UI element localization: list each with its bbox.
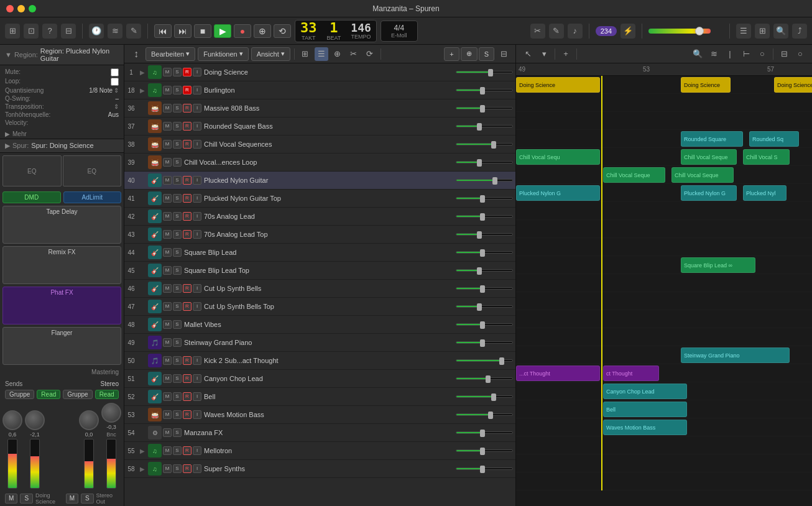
tempo-icon[interactable]: 🕐	[89, 24, 104, 39]
region-collapse-icon[interactable]: ▼	[5, 51, 12, 58]
track-row[interactable]: 54 ⚙ M S Manzana FX	[124, 424, 515, 442]
forward-button[interactable]: ⏭	[174, 24, 191, 38]
track-mute-btn[interactable]: M	[163, 356, 172, 365]
track-row[interactable]: 44 🎸 M S Square Blip Lead	[124, 244, 515, 262]
minimize-button[interactable]	[17, 5, 25, 12]
eq-icon[interactable]: ≋	[108, 24, 122, 39]
pan-knob-1[interactable]	[2, 410, 22, 430]
track-record-btn[interactable]: R	[183, 176, 191, 185]
bearbeiten-button[interactable]: Bearbeiten ▾	[145, 47, 195, 61]
track-fader[interactable]	[453, 269, 515, 272]
track-input-btn[interactable]: I	[193, 212, 201, 221]
clip[interactable]: Rounded Sq	[749, 131, 799, 147]
track-fader[interactable]	[453, 377, 515, 380]
arrange-tool-icon[interactable]: ▾	[537, 47, 551, 61]
track-mute-btn[interactable]: M	[163, 410, 172, 419]
track-solo-btn[interactable]: S	[173, 122, 182, 131]
gruppe-button-1[interactable]: Gruppe	[5, 390, 34, 399]
eq-box-1[interactable]: EQ	[2, 155, 62, 186]
track-fader[interactable]	[453, 251, 515, 254]
note-icon[interactable]: ♪	[568, 24, 583, 39]
clip[interactable]: Steinway Grand Piano	[681, 347, 790, 363]
zoom-icon[interactable]: 🔍	[691, 47, 704, 61]
loop-checkbox[interactable]	[111, 78, 119, 86]
clip[interactable]: Chill Vocal Sequ	[516, 149, 600, 165]
track-input-btn[interactable]: I	[193, 284, 201, 293]
track-row[interactable]: 53 🥁 M S R I Waves Motion Bass	[124, 406, 515, 424]
track-input-btn[interactable]: I	[193, 86, 201, 94]
fullscreen-button[interactable]	[29, 5, 36, 12]
track-row[interactable]: 40 🎸 M S R I Plucked Nylon Guitar	[124, 172, 515, 190]
piano-icon[interactable]: ⊟	[61, 24, 76, 39]
track-input-btn[interactable]: I	[193, 122, 201, 131]
ansicht-button[interactable]: Ansicht ▾	[251, 47, 290, 61]
track-solo-btn[interactable]: S	[173, 86, 182, 94]
spur-arrow[interactable]: ▶	[5, 142, 10, 150]
track-solo-btn[interactable]: S	[173, 356, 182, 365]
track-fader[interactable]	[453, 287, 515, 290]
track-solo-btn[interactable]: S	[173, 230, 182, 239]
marker-icon[interactable]: |	[723, 47, 737, 61]
plus-icon[interactable]: +	[559, 47, 573, 61]
track-record-btn[interactable]: R	[183, 464, 191, 473]
remix-fx-button[interactable]: Remix FX	[2, 246, 121, 284]
track-input-btn[interactable]: I	[193, 392, 201, 401]
search-icon[interactable]: 🔍	[773, 24, 788, 39]
close-button[interactable]	[6, 5, 14, 12]
brush-icon[interactable]: ✎	[549, 24, 564, 39]
clip[interactable]: Doing Science	[681, 77, 731, 93]
track-mute-btn[interactable]: M	[163, 230, 172, 239]
track-row[interactable]: 38 🥁 M S R I Chill Vocal Sequences	[124, 136, 515, 154]
track-record-btn[interactable]: R	[183, 392, 191, 401]
scene-icon[interactable]: ⊟	[497, 47, 510, 61]
flanger-button[interactable]: Flanger	[2, 327, 121, 365]
track-solo-btn[interactable]: S	[173, 176, 182, 185]
track-row[interactable]: 39 🥁 M S Chill Vocal...ences Loop	[124, 154, 515, 172]
capture-button[interactable]: ⊕	[254, 24, 271, 38]
read-button-1[interactable]: Read	[37, 390, 60, 399]
gruppe-button-2[interactable]: Gruppe	[63, 390, 92, 399]
solo-btn-bottom-2[interactable]: S	[81, 494, 93, 504]
track-solo-btn[interactable]: S	[173, 302, 182, 311]
track-mute-btn[interactable]: M	[163, 104, 172, 113]
snap-icon[interactable]: ⊕	[331, 47, 344, 61]
track-record-btn[interactable]: R	[183, 230, 191, 239]
loop-range-icon[interactable]: ⊢	[739, 47, 753, 61]
cpu-icon[interactable]: ⚡	[621, 24, 635, 39]
track-fader[interactable]	[453, 107, 515, 109]
track-record-btn[interactable]: R	[183, 410, 191, 419]
zoom-out-icon[interactable]: ⊟	[777, 47, 791, 61]
track-expand-icon[interactable]: ▶	[138, 466, 147, 472]
track-solo-btn[interactable]: S	[173, 68, 182, 76]
clip[interactable]: Chill Vocal Seque	[671, 167, 734, 183]
track-mute-btn[interactable]: M	[163, 446, 172, 455]
list-view-icon[interactable]: ☰	[315, 47, 328, 61]
track-fader[interactable]	[453, 341, 515, 344]
track-row[interactable]: 36 🥁 M S R I Massive 808 Bass	[124, 99, 515, 117]
cycle-range-icon[interactable]: ○	[755, 47, 769, 61]
track-row[interactable]: 51 🎸 M S R I Canyon Chop Lead	[124, 370, 515, 388]
project-icon[interactable]: ⊞	[5, 24, 20, 39]
track-record-btn[interactable]: R	[183, 140, 191, 149]
track-input-btn[interactable]: I	[193, 176, 201, 185]
help-icon[interactable]: ?	[42, 24, 57, 39]
eq-box-2[interactable]: EQ	[63, 155, 122, 186]
track-input-btn[interactable]: I	[193, 104, 201, 113]
track-mute-btn[interactable]: M	[163, 140, 172, 149]
track-row[interactable]: 43 🎸 M S R I 70s Analog Lead Top	[124, 226, 515, 244]
track-record-btn[interactable]: R	[183, 302, 191, 311]
track-mute-btn[interactable]: M	[163, 212, 172, 221]
track-input-btn[interactable]: I	[193, 194, 201, 203]
track-fader[interactable]	[453, 89, 515, 91]
track-record-btn[interactable]: R	[183, 446, 191, 455]
clip[interactable]: Chill Vocal Seque	[603, 167, 665, 183]
clip[interactable]: Plucked Nyl	[743, 185, 787, 201]
track-fader[interactable]	[453, 197, 515, 200]
clip[interactable]: Chill Vocal S	[743, 149, 790, 165]
track-mute-btn[interactable]: M	[163, 338, 172, 347]
track-record-btn[interactable]: R	[183, 194, 191, 203]
cursor-icon[interactable]: ↖	[521, 47, 535, 61]
track-record-btn[interactable]: R	[183, 212, 191, 221]
track-row[interactable]: 52 🎸 M S R I Bell	[124, 388, 515, 406]
track-mute-btn[interactable]: M	[163, 248, 172, 257]
